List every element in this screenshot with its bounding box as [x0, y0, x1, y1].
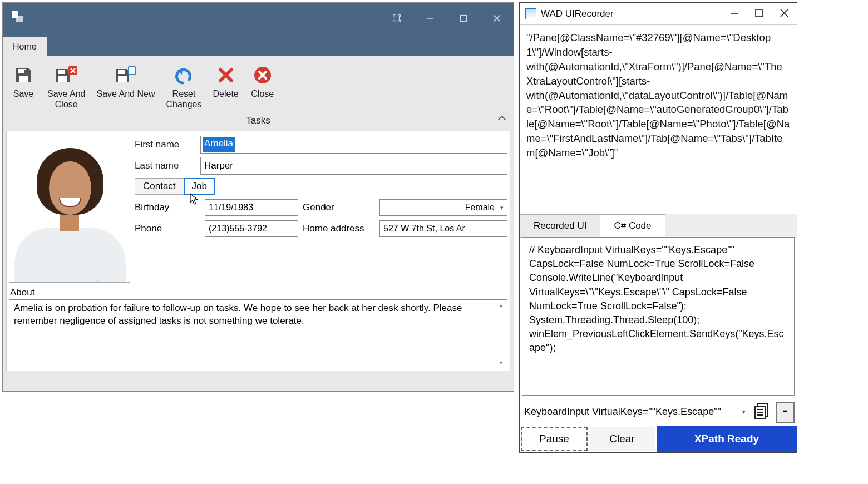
svg-rect-8: [19, 76, 28, 82]
save-new-icon: [114, 63, 137, 87]
main-app-window: Home Save Save And Close Save And New Re…: [2, 2, 514, 392]
save-label: Save: [13, 88, 33, 99]
birthday-input[interactable]: ▾: [205, 199, 298, 216]
save-and-close-button[interactable]: Save And Close: [44, 62, 89, 111]
status-bar: KeyboardInput VirtualKeys=""Keys.Escape"…: [520, 398, 797, 426]
about-text[interactable]: Amelia is on probation for failure to fo…: [9, 300, 495, 368]
save-button[interactable]: Save: [7, 62, 40, 100]
tab-recorded-ui[interactable]: Recorded UI: [520, 214, 600, 238]
delete-button[interactable]: Delete: [210, 62, 242, 100]
titlebar-fullscreen-icon[interactable]: [380, 3, 413, 34]
collapse-ribbon-chevron-icon[interactable]: [497, 114, 507, 124]
recorder-bottom-bar: Pause Clear XPath Ready: [520, 426, 797, 452]
svg-rect-13: [118, 70, 125, 74]
gender-label: Gender: [303, 202, 375, 213]
xpath-ready-button[interactable]: XPath Ready: [657, 426, 797, 452]
reset-changes-button[interactable]: Reset Changes: [162, 62, 205, 111]
ribbon-tab-row: Home: [3, 34, 514, 56]
recorder-minimize-button[interactable]: [729, 8, 739, 19]
svg-rect-14: [118, 76, 127, 82]
svg-rect-11: [58, 76, 67, 82]
about-textarea[interactable]: Amelia is on probation for failure to fo…: [9, 299, 507, 368]
clear-button[interactable]: Clear: [589, 427, 655, 451]
svg-rect-10: [58, 70, 65, 74]
close-window-button[interactable]: [480, 3, 514, 34]
maximize-button[interactable]: [447, 3, 480, 34]
recorder-maximize-button[interactable]: [754, 8, 764, 19]
save-and-new-button[interactable]: Save And New: [93, 62, 159, 100]
recorder-app-icon: [525, 8, 536, 19]
svg-rect-19: [756, 9, 763, 17]
main-titlebar: [3, 3, 514, 34]
save-close-icon: [55, 63, 78, 87]
gender-input[interactable]: ▾: [379, 199, 507, 216]
close-record-button[interactable]: Close: [246, 62, 279, 100]
recorder-titlebar: WAD UIRecorder: [520, 3, 797, 25]
recorder-window: WAD UIRecorder "/Pane[@ClassName=\"#3276…: [519, 2, 797, 453]
phone-input[interactable]: [205, 220, 298, 237]
first-name-input[interactable]: [200, 136, 507, 154]
home-address-input[interactable]: [379, 220, 507, 237]
cursor-icon: [189, 192, 199, 206]
recorder-close-button[interactable]: [780, 8, 789, 19]
tasks-group-caption: Tasks: [3, 113, 514, 131]
save-close-label: Save And Close: [47, 88, 86, 110]
close-circle-icon: [253, 63, 273, 87]
about-scrollbar[interactable]: ▴ ▾: [495, 300, 507, 368]
tab-job[interactable]: Job: [184, 178, 215, 195]
status-text: KeyboardInput VirtualKeys=""Keys.Escape"…: [522, 403, 738, 421]
svg-rect-16: [129, 67, 135, 74]
tab-csharp-code[interactable]: C# Code: [600, 214, 665, 238]
home-address-value[interactable]: [380, 223, 507, 235]
tab-contact[interactable]: Contact: [135, 178, 184, 195]
recorder-tab-row: Recorded UI C# Code: [520, 214, 797, 238]
minimize-button[interactable]: [413, 3, 447, 34]
ribbon-toolbar: Save Save And Close Save And New Reset C…: [3, 56, 514, 113]
last-name-label: Last name: [135, 160, 200, 171]
form-panel: First name Amelia Last name Contact Job …: [6, 131, 510, 371]
about-label: About: [9, 287, 507, 299]
first-name-label: First name: [135, 139, 200, 150]
status-dropdown-chevron-icon[interactable]: ▾: [740, 408, 748, 416]
svg-rect-9: [24, 70, 26, 73]
tasks-label: Tasks: [7, 115, 509, 126]
last-name-input[interactable]: [200, 157, 507, 175]
svg-rect-4: [461, 16, 467, 22]
remove-action-button[interactable]: -: [776, 402, 795, 423]
scroll-down-icon[interactable]: ▾: [500, 359, 502, 366]
phone-label: Phone: [135, 223, 200, 234]
code-output-pane[interactable]: // KeyboardInput VirtualKeys=""Keys.Esca…: [522, 237, 795, 396]
xpath-output-pane[interactable]: "/Pane[@ClassName=\"#32769\"][@Name=\"De…: [520, 25, 797, 214]
delete-label: Delete: [213, 88, 239, 99]
ribbon-tab-home[interactable]: Home: [3, 37, 47, 56]
recorder-title: WAD UIRecorder: [541, 8, 614, 19]
pause-button[interactable]: Pause: [521, 427, 588, 451]
reset-label: Reset Changes: [166, 88, 201, 110]
save-icon: [13, 63, 33, 87]
contact-photo[interactable]: [9, 134, 130, 283]
app-logo-icon: [9, 19, 27, 28]
save-new-label: Save And New: [97, 88, 155, 99]
svg-rect-1: [16, 16, 23, 22]
gender-value[interactable]: [380, 201, 497, 214]
delete-x-icon: [216, 63, 236, 87]
undo-icon: [172, 63, 195, 87]
scroll-up-icon[interactable]: ▴: [500, 302, 502, 308]
svg-rect-2: [394, 16, 400, 21]
home-address-label: Home address: [303, 223, 375, 234]
copy-to-clipboard-button[interactable]: [750, 399, 773, 424]
close-label: Close: [251, 88, 274, 99]
dropdown-chevron-icon[interactable]: ▾: [497, 204, 507, 211]
